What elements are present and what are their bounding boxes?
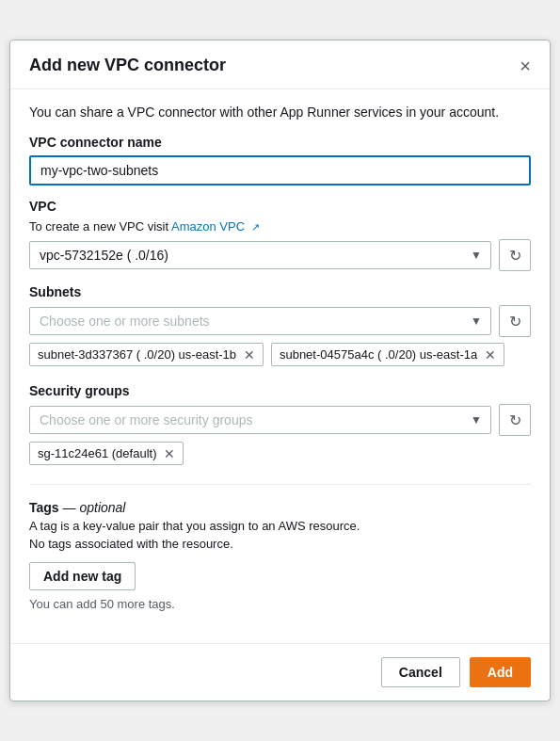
- subnets-select[interactable]: Choose one or more subnets: [29, 307, 491, 335]
- vpc-hint-text: To create a new VPC visit: [29, 219, 171, 234]
- sg-tag-1-label: sg-11c24e61 (default): [38, 446, 156, 460]
- security-groups-tags-area: sg-11c24e61 (default) ✕: [29, 442, 531, 469]
- subnets-label: Subnets: [29, 284, 531, 299]
- vpc-label: VPC: [29, 199, 531, 214]
- modal-body: You can share a VPC connector with other…: [10, 89, 550, 643]
- sg-tag-1-remove[interactable]: ✕: [164, 447, 175, 460]
- amazon-vpc-link[interactable]: Amazon VPC: [171, 219, 245, 234]
- tags-label: Tags — optional: [29, 500, 531, 515]
- subnet-tag-1-label: subnet-3d337367 ( .0/20) us-east-1b: [38, 347, 236, 362]
- tags-description: A tag is a key-value pair that you assig…: [29, 519, 531, 533]
- security-groups-label: Security groups: [29, 383, 531, 398]
- tags-optional-label: — optional: [63, 500, 126, 515]
- subnet-tag-2-remove[interactable]: ✕: [485, 348, 496, 362]
- security-groups-refresh-button[interactable]: ↻: [499, 404, 531, 436]
- vpc-connector-name-field: VPC connector name: [29, 135, 531, 185]
- section-divider: [29, 484, 531, 485]
- cancel-button[interactable]: Cancel: [381, 657, 460, 687]
- tags-section: Tags — optional A tag is a key-value pai…: [29, 500, 531, 611]
- external-link-icon: ↗: [251, 221, 260, 234]
- subnets-refresh-icon: ↻: [509, 313, 521, 330]
- security-groups-select-wrapper: Choose one or more security groups ▼: [29, 406, 491, 434]
- subnet-tag-1: subnet-3d337367 ( .0/20) us-east-1b ✕: [29, 343, 264, 366]
- vpc-select[interactable]: vpc-5732152e ( .0/16): [29, 241, 491, 269]
- subnets-refresh-button[interactable]: ↻: [499, 305, 531, 337]
- security-groups-input-row: Choose one or more security groups ▼ ↻: [29, 404, 531, 436]
- subnet-tag-1-remove[interactable]: ✕: [244, 348, 255, 362]
- modal-title: Add new VPC connector: [29, 56, 226, 75]
- modal-header: Add new VPC connector ×: [10, 40, 550, 89]
- security-groups-refresh-icon: ↻: [509, 411, 521, 429]
- vpc-field: VPC To create a new VPC visit Amazon VPC…: [29, 199, 531, 271]
- vpc-connector-name-label: VPC connector name: [29, 135, 531, 150]
- subnet-tag-2-label: subnet-04575a4c ( .0/20) us-east-1a: [280, 347, 477, 362]
- vpc-connector-name-input[interactable]: [29, 155, 531, 185]
- close-button[interactable]: ×: [520, 56, 531, 75]
- vpc-hint: To create a new VPC visit Amazon VPC ↗: [29, 219, 531, 234]
- security-groups-select[interactable]: Choose one or more security groups: [29, 406, 491, 434]
- sg-tag-1: sg-11c24e61 (default) ✕: [29, 442, 184, 465]
- add-button[interactable]: Add: [470, 657, 531, 687]
- add-tag-button[interactable]: Add new tag: [29, 562, 136, 590]
- subnets-tags-area: subnet-3d337367 ( .0/20) us-east-1b ✕ su…: [29, 343, 531, 370]
- subnets-select-wrapper: Choose one or more subnets ▼: [29, 307, 491, 335]
- modal-description: You can share a VPC connector with other…: [29, 105, 531, 120]
- add-vpc-connector-modal: Add new VPC connector × You can share a …: [9, 40, 551, 701]
- vpc-refresh-icon: ↻: [509, 247, 521, 265]
- vpc-input-row: vpc-5732152e ( .0/16) ▼ ↻: [29, 239, 531, 271]
- subnet-tag-2: subnet-04575a4c ( .0/20) us-east-1a ✕: [271, 343, 504, 366]
- vpc-refresh-button[interactable]: ↻: [499, 239, 531, 271]
- security-groups-field: Security groups Choose one or more secur…: [29, 383, 531, 469]
- tags-remaining: You can add 50 more tags.: [29, 597, 175, 611]
- vpc-select-wrapper: vpc-5732152e ( .0/16) ▼: [29, 241, 491, 269]
- subnets-field: Subnets Choose one or more subnets ▼ ↻ s…: [29, 284, 531, 370]
- subnets-input-row: Choose one or more subnets ▼ ↻: [29, 305, 531, 337]
- modal-footer: Cancel Add: [10, 643, 550, 701]
- no-tags-text: No tags associated with the resource.: [29, 537, 531, 551]
